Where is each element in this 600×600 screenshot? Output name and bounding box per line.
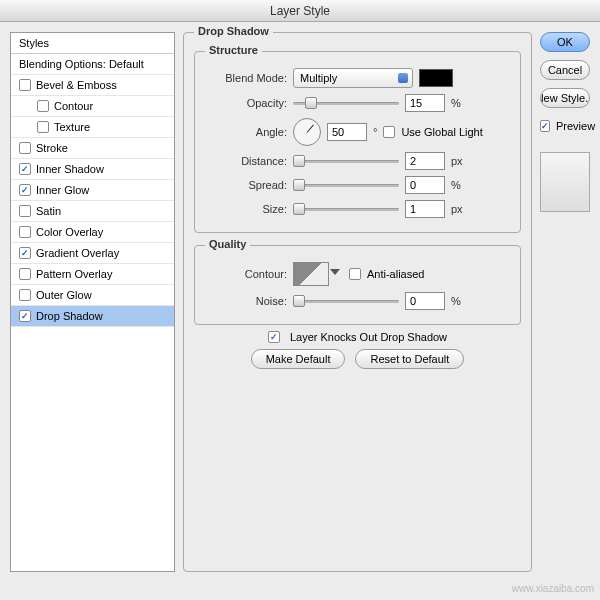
style-checkbox[interactable]: [19, 247, 31, 259]
shadow-color-swatch[interactable]: [419, 69, 453, 87]
sidebar-item-color-overlay[interactable]: Color Overlay: [11, 222, 174, 243]
style-checkbox[interactable]: [37, 121, 49, 133]
structure-legend: Structure: [205, 44, 262, 56]
style-checkbox[interactable]: [19, 289, 31, 301]
anti-aliased-checkbox[interactable]: [349, 268, 361, 280]
size-unit: px: [451, 203, 463, 215]
spread-slider[interactable]: [293, 178, 399, 192]
style-label: Bevel & Emboss: [36, 79, 117, 91]
style-checkbox[interactable]: [19, 184, 31, 196]
watermark: www.xiazaiba.com: [512, 583, 594, 594]
blend-mode-label: Blend Mode:: [207, 72, 287, 84]
window-title: Layer Style: [0, 0, 600, 22]
style-label: Gradient Overlay: [36, 247, 119, 259]
spread-input[interactable]: [405, 176, 445, 194]
spread-unit: %: [451, 179, 461, 191]
sidebar-item-inner-shadow[interactable]: Inner Shadow: [11, 159, 174, 180]
sidebar-item-drop-shadow[interactable]: Drop Shadow: [11, 306, 174, 327]
knockout-label: Layer Knocks Out Drop Shadow: [290, 331, 447, 343]
sidebar-item-contour[interactable]: Contour: [11, 96, 174, 117]
style-label: Texture: [54, 121, 90, 133]
distance-label: Distance:: [207, 155, 287, 167]
style-checkbox[interactable]: [19, 226, 31, 238]
sidebar-item-texture[interactable]: Texture: [11, 117, 174, 138]
style-label: Inner Shadow: [36, 163, 104, 175]
sidebar-item-inner-glow[interactable]: Inner Glow: [11, 180, 174, 201]
global-light-checkbox[interactable]: [383, 126, 395, 138]
make-default-button[interactable]: Make Default: [251, 349, 346, 369]
angle-label: Angle:: [207, 126, 287, 138]
sidebar-item-satin[interactable]: Satin: [11, 201, 174, 222]
style-label: Contour: [54, 100, 93, 112]
quality-group: Quality Contour: Anti-aliased Noise: %: [194, 245, 521, 325]
style-label: Satin: [36, 205, 61, 217]
contour-label: Contour:: [207, 268, 287, 280]
distance-slider[interactable]: [293, 154, 399, 168]
noise-slider[interactable]: [293, 294, 399, 308]
ok-button[interactable]: OK: [540, 32, 590, 52]
sidebar-item-outer-glow[interactable]: Outer Glow: [11, 285, 174, 306]
style-checkbox[interactable]: [19, 163, 31, 175]
noise-input[interactable]: [405, 292, 445, 310]
preview-thumbnail: [540, 152, 590, 212]
style-label: Drop Shadow: [36, 310, 103, 322]
contour-picker[interactable]: [293, 262, 329, 286]
style-checkbox[interactable]: [19, 205, 31, 217]
angle-unit: °: [373, 126, 377, 138]
size-input[interactable]: [405, 200, 445, 218]
style-checkbox[interactable]: [19, 79, 31, 91]
opacity-label: Opacity:: [207, 97, 287, 109]
drop-shadow-panel: Drop Shadow Structure Blend Mode: Multip…: [183, 32, 532, 572]
sidebar-item-bevel-emboss[interactable]: Bevel & Emboss: [11, 75, 174, 96]
style-label: Inner Glow: [36, 184, 89, 196]
structure-group: Structure Blend Mode: Multiply Opacity: …: [194, 51, 521, 233]
style-checkbox[interactable]: [19, 310, 31, 322]
size-slider[interactable]: [293, 202, 399, 216]
opacity-unit: %: [451, 97, 461, 109]
blending-options[interactable]: Blending Options: Default: [11, 54, 174, 75]
quality-legend: Quality: [205, 238, 250, 250]
style-checkbox[interactable]: [19, 268, 31, 280]
angle-input[interactable]: [327, 123, 367, 141]
distance-unit: px: [451, 155, 463, 167]
sidebar-item-pattern-overlay[interactable]: Pattern Overlay: [11, 264, 174, 285]
style-checkbox[interactable]: [19, 142, 31, 154]
cancel-button[interactable]: Cancel: [540, 60, 590, 80]
styles-panel: Styles Blending Options: Default Bevel &…: [10, 32, 175, 572]
opacity-input[interactable]: [405, 94, 445, 112]
knockout-checkbox[interactable]: [268, 331, 280, 343]
sidebar-item-stroke[interactable]: Stroke: [11, 138, 174, 159]
style-label: Pattern Overlay: [36, 268, 112, 280]
preview-label: Preview: [556, 120, 595, 132]
reset-default-button[interactable]: Reset to Default: [355, 349, 464, 369]
opacity-slider[interactable]: [293, 96, 399, 110]
new-style-button[interactable]: New Style...: [540, 88, 590, 108]
style-label: Outer Glow: [36, 289, 92, 301]
panel-title: Drop Shadow: [194, 25, 273, 37]
noise-label: Noise:: [207, 295, 287, 307]
global-light-label: Use Global Light: [401, 126, 482, 138]
preview-checkbox[interactable]: [540, 120, 550, 132]
distance-input[interactable]: [405, 152, 445, 170]
spread-label: Spread:: [207, 179, 287, 191]
anti-aliased-label: Anti-aliased: [367, 268, 424, 280]
style-checkbox[interactable]: [37, 100, 49, 112]
style-label: Stroke: [36, 142, 68, 154]
style-label: Color Overlay: [36, 226, 103, 238]
noise-unit: %: [451, 295, 461, 307]
blend-mode-select[interactable]: Multiply: [293, 68, 413, 88]
sidebar-item-gradient-overlay[interactable]: Gradient Overlay: [11, 243, 174, 264]
dialog-buttons: OK Cancel New Style... Preview: [540, 32, 590, 572]
angle-dial[interactable]: [293, 118, 321, 146]
size-label: Size:: [207, 203, 287, 215]
styles-header[interactable]: Styles: [11, 33, 174, 54]
